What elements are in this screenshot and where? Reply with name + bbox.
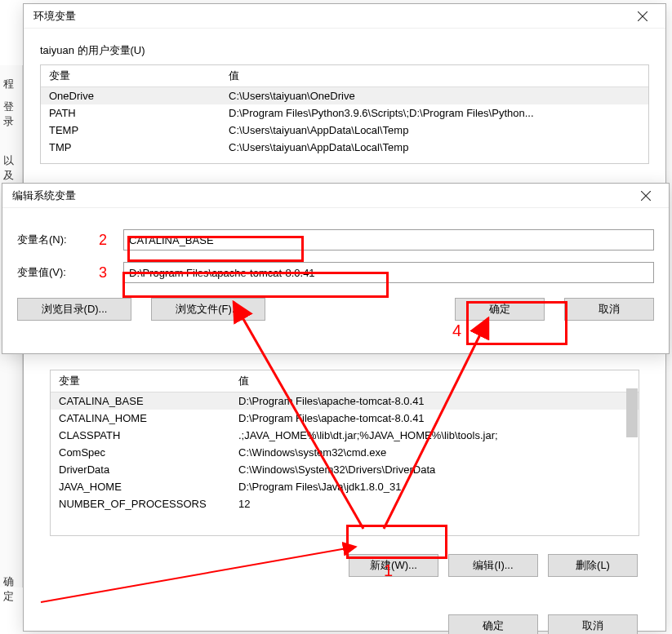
table-row[interactable]: JAVA_HOMED:\Program Files\Java\jdk1.8.0_… bbox=[51, 478, 639, 495]
table-row[interactable]: TMPC:\Users\taiyuan\AppData\Local\Temp bbox=[41, 139, 648, 156]
ok-button[interactable]: 确定 bbox=[448, 614, 538, 634]
var-value-input[interactable] bbox=[123, 262, 654, 283]
edit-dialog-title: 编辑系统变量 bbox=[12, 188, 76, 203]
table-row[interactable]: CLASSPATH.;JAVA_HOME%\lib\dt.jar;%JAVA_H… bbox=[51, 427, 639, 444]
table-row[interactable]: CATALINA_BASED:\Program Files\apache-tom… bbox=[51, 392, 639, 410]
env-dialog-title: 环境变量 bbox=[33, 9, 76, 24]
edit-dialog-buttons: 浏览目录(D)... 浏览文件(F)... 确定 取消 bbox=[2, 295, 669, 334]
var-name-row: 变量名(N): 2 bbox=[17, 229, 654, 250]
var-name-label: 变量名(N): bbox=[17, 233, 82, 247]
table-row[interactable]: CATALINA_HOMED:\Program Files\apache-tom… bbox=[51, 410, 639, 427]
edit-var-dialog: 编辑系统变量 变量名(N): 2 变量值(V): 3 浏览目录(D)... 浏览… bbox=[2, 183, 670, 354]
edit-dialog-titlebar: 编辑系统变量 bbox=[2, 184, 669, 208]
sys-col-value[interactable]: 值 bbox=[230, 370, 639, 392]
edit-button[interactable]: 编辑(I)... bbox=[448, 554, 538, 577]
user-vars-group-label: taiyuan 的用户变量(U) bbox=[40, 43, 665, 58]
table-row[interactable]: ComSpecC:\Windows\system32\cmd.exe bbox=[51, 444, 639, 461]
table-row[interactable]: PATHD:\Program Files\Python3.9.6\Scripts… bbox=[41, 104, 648, 122]
annotation-number-2: 2 bbox=[82, 232, 123, 249]
annotation-number-3: 3 bbox=[82, 264, 123, 282]
system-vars-table[interactable]: 变量 值 CATALINA_BASED:\Program Files\apach… bbox=[50, 370, 639, 536]
user-col-value[interactable]: 值 bbox=[220, 65, 648, 87]
env-dialog-footer-buttons: 确定 取消 bbox=[24, 611, 665, 634]
table-row[interactable]: NUMBER_OF_PROCESSORS12 bbox=[51, 495, 639, 512]
sys-col-variable[interactable]: 变量 bbox=[51, 370, 230, 392]
close-icon[interactable] bbox=[626, 4, 659, 29]
table-row[interactable]: DriverDataC:\Windows\System32\Drivers\Dr… bbox=[51, 461, 639, 478]
cancel-button[interactable]: 取消 bbox=[548, 614, 638, 634]
close-icon[interactable] bbox=[630, 184, 662, 208]
delete-button[interactable]: 删除(L) bbox=[548, 554, 638, 577]
scrollbar-thumb[interactable] bbox=[626, 388, 638, 437]
user-vars-table[interactable]: 变量 值 OneDriveC:\Users\taiyuan\OneDrive P… bbox=[40, 64, 649, 164]
edit-cancel-button[interactable]: 取消 bbox=[564, 298, 654, 321]
table-row[interactable]: TEMPC:\Users\taiyuan\AppData\Local\Temp bbox=[41, 122, 648, 139]
env-dialog-titlebar: 环境变量 bbox=[24, 4, 665, 29]
browse-file-button[interactable]: 浏览文件(F)... bbox=[151, 298, 265, 321]
browse-dir-button[interactable]: 浏览目录(D)... bbox=[17, 298, 131, 321]
table-row[interactable]: OneDriveC:\Users\taiyuan\OneDrive bbox=[41, 87, 648, 105]
var-name-input[interactable] bbox=[123, 229, 654, 250]
var-value-label: 变量值(V): bbox=[17, 265, 82, 280]
new-button[interactable]: 新建(W)... bbox=[349, 554, 438, 577]
user-col-variable[interactable]: 变量 bbox=[41, 65, 220, 87]
edit-ok-button[interactable]: 确定 bbox=[455, 298, 545, 321]
system-vars-buttons: 新建(W)... 编辑(I)... 删除(L) bbox=[24, 551, 665, 590]
var-value-row: 变量值(V): 3 bbox=[17, 262, 654, 283]
